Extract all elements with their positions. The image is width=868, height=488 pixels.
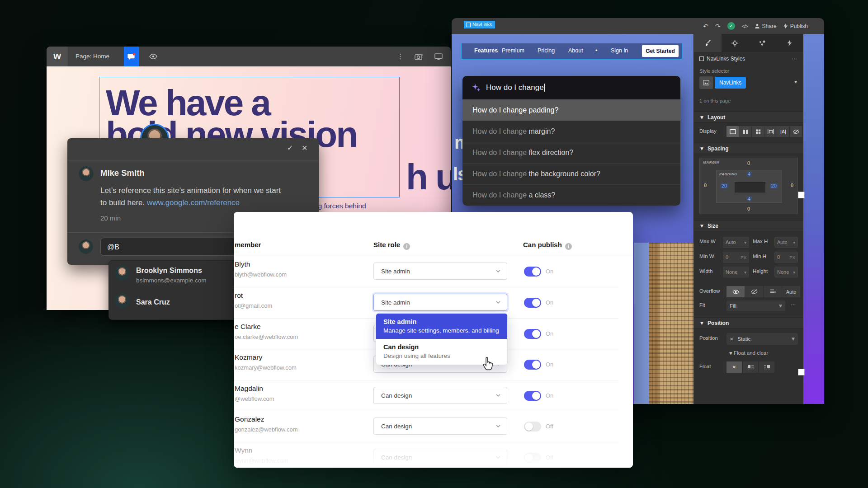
- ai-suggestion-3[interactable]: How do I change flex direction?: [462, 142, 680, 163]
- can-publish-toggle[interactable]: [524, 298, 541, 308]
- tab-settings-gear[interactable]: [722, 34, 749, 52]
- margin-bottom-value[interactable]: 0: [700, 206, 797, 211]
- site-role-select[interactable]: Can design: [373, 387, 507, 404]
- float-clear-toggle[interactable]: ▼ Float and clear: [694, 350, 803, 356]
- site-role-select[interactable]: Site admin: [373, 263, 507, 280]
- navbar-selected-element[interactable]: Features Premium Pricing About • Sign in…: [461, 43, 682, 59]
- padding-top-value[interactable]: 4: [746, 171, 752, 177]
- close-icon[interactable]: ✕: [302, 144, 307, 152]
- page-breadcrumb[interactable]: Page: Home: [75, 47, 109, 66]
- overflow-hidden-button[interactable]: [745, 286, 763, 297]
- display-inline-button[interactable]: |A|: [777, 126, 789, 137]
- float-left-button[interactable]: [743, 361, 758, 373]
- ai-suggestion-1[interactable]: How do I change padding?: [462, 99, 680, 121]
- style-options-menu-icon[interactable]: ⋯: [792, 56, 797, 62]
- webflow-logo[interactable]: w: [47, 47, 68, 66]
- nav-dot: •: [595, 43, 597, 58]
- info-icon[interactable]: i: [565, 243, 572, 250]
- float-none-button[interactable]: ✕: [726, 361, 742, 373]
- display-none-button[interactable]: [790, 126, 802, 137]
- chevron-down-icon: [496, 270, 500, 272]
- ai-suggestion-5[interactable]: How do I change a class?: [462, 184, 680, 206]
- share-button[interactable]: Share: [755, 23, 777, 29]
- display-flex-button[interactable]: [739, 126, 751, 137]
- display-block-button[interactable]: [726, 126, 739, 137]
- padding-right-value[interactable]: 20: [770, 183, 778, 188]
- margin-top-value[interactable]: 0: [700, 160, 797, 166]
- role-option-site-admin[interactable]: Site admin Manage site settings, members…: [376, 314, 507, 339]
- site-role-select-focused[interactable]: Site admin: [373, 294, 507, 311]
- overflow-scroll-button[interactable]: [764, 286, 782, 297]
- section-spacing[interactable]: ▼ Spacing: [694, 143, 803, 154]
- code-export-icon[interactable]: </>: [742, 23, 748, 29]
- comment-link[interactable]: www.google.com/reference: [147, 198, 240, 207]
- get-started-button[interactable]: Get Started: [642, 45, 679, 57]
- can-publish-toggle[interactable]: [524, 391, 541, 401]
- ai-input[interactable]: How do I change: [462, 76, 680, 99]
- float-right-button[interactable]: [759, 361, 774, 373]
- overflow-visible-button[interactable]: [726, 286, 745, 297]
- mouse-cursor-hand: [481, 356, 495, 371]
- padding-bottom-value[interactable]: 4: [746, 196, 752, 202]
- fit-select[interactable]: Fill▼: [726, 300, 785, 311]
- export-camera-icon[interactable]: [415, 53, 424, 60]
- info-icon[interactable]: i: [403, 243, 410, 250]
- display-inline-block-button[interactable]: [764, 126, 777, 137]
- height-field[interactable]: None▾: [774, 267, 798, 277]
- redo-icon[interactable]: ↷: [715, 23, 721, 30]
- canvas-resize-handle[interactable]: [798, 192, 805, 198]
- max-width-field[interactable]: Auto▾: [723, 237, 749, 248]
- mention-item-name[interactable]: Brooklyn Simmons: [136, 267, 202, 275]
- position-select[interactable]: ✕Static ▼: [726, 333, 798, 345]
- spacing-control[interactable]: MARGIN 0 0 0 0 PADDING 4 4 20 20: [699, 158, 798, 214]
- nav-link-about[interactable]: About: [568, 43, 583, 58]
- chevron-down-icon: ▼: [700, 224, 703, 228]
- style-selector-label: Style selector: [699, 68, 729, 74]
- nav-link-signin[interactable]: Sign in: [611, 43, 628, 58]
- ai-suggestion-2[interactable]: How do I change margin?: [462, 121, 680, 142]
- breakpoint-monitor-icon[interactable]: [434, 53, 443, 60]
- more-menu-icon[interactable]: ⋮: [397, 52, 404, 61]
- canvas-resize-handle[interactable]: [798, 369, 805, 375]
- selector-thumbnail-button[interactable]: [699, 76, 713, 89]
- width-field[interactable]: None▾: [723, 267, 749, 277]
- comment-author: Mike Smith: [100, 168, 145, 178]
- min-width-field[interactable]: 0PX: [723, 252, 749, 263]
- nav-link-premium[interactable]: Premium: [502, 43, 524, 58]
- tab-style-brush[interactable]: [694, 34, 722, 52]
- display-grid-button[interactable]: [752, 126, 764, 137]
- mention-item-name[interactable]: Sara Cruz: [136, 298, 170, 306]
- can-publish-toggle[interactable]: [524, 329, 541, 339]
- margin-right-value[interactable]: 0: [791, 183, 793, 188]
- tab-actions-bolt[interactable]: [776, 34, 804, 52]
- can-publish-toggle[interactable]: [524, 360, 541, 370]
- navlinks-element-tag[interactable]: NavLinks: [464, 21, 495, 28]
- can-publish-toggle[interactable]: [524, 267, 541, 277]
- lightning-icon: [783, 23, 788, 29]
- hero-heading-line3-fragment: h us?: [406, 161, 451, 193]
- comments-tool-button[interactable]: [124, 47, 139, 66]
- element-square-icon: [699, 56, 704, 61]
- margin-left-value[interactable]: 0: [704, 183, 707, 188]
- undo-icon[interactable]: ↶: [703, 23, 708, 30]
- class-chip-navlinks[interactable]: NavLinks: [715, 77, 746, 89]
- tab-interactions-drops[interactable]: [749, 34, 776, 52]
- fit-options-menu-icon[interactable]: ⋯: [791, 301, 796, 308]
- section-size[interactable]: ▼ Size: [694, 220, 803, 231]
- preview-eye-button[interactable]: [145, 47, 161, 66]
- selector-caret-icon[interactable]: ▾: [794, 79, 797, 85]
- padding-left-value[interactable]: 20: [720, 183, 728, 188]
- mention-item-email: bsimmons@example.com: [136, 277, 207, 284]
- chevron-down-icon: [496, 425, 500, 427]
- ai-suggestion-4[interactable]: How do I change the background color?: [462, 163, 680, 184]
- brush-icon: [704, 40, 711, 47]
- nav-link-pricing[interactable]: Pricing: [538, 43, 555, 58]
- resolve-check-icon[interactable]: ✓: [287, 144, 293, 152]
- publish-button[interactable]: Publish: [783, 23, 808, 29]
- overflow-auto-button[interactable]: Auto: [782, 286, 800, 297]
- section-position[interactable]: ▼ Position: [694, 317, 803, 328]
- max-height-field[interactable]: Auto▾: [774, 237, 798, 248]
- section-layout[interactable]: ▼ Layout: [694, 112, 803, 123]
- min-height-field[interactable]: 0PX: [774, 252, 798, 263]
- nav-link-features[interactable]: Features: [474, 43, 498, 58]
